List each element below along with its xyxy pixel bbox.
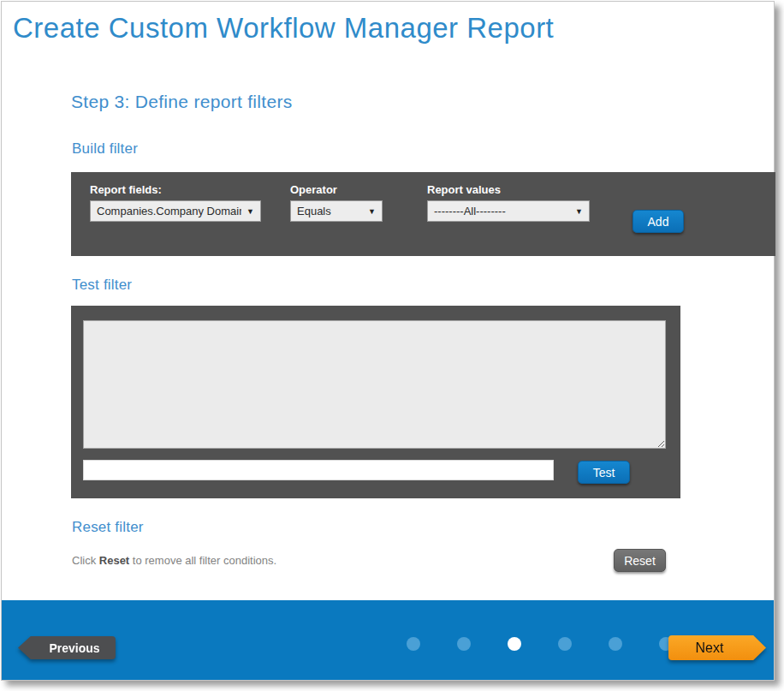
step-dots [407, 637, 673, 651]
test-result-textarea[interactable] [83, 320, 666, 449]
next-button-wrap: Next [668, 635, 766, 660]
report-fields-label: Report fields: [90, 183, 261, 196]
reset-instruction: Click Reset to remove all filter conditi… [72, 554, 276, 567]
report-fields-selected-value: Companies.Company Domain Na [97, 205, 241, 217]
test-filter-panel: Test [71, 306, 680, 498]
test-filter-heading: Test filter [72, 277, 132, 294]
next-button[interactable]: Next [668, 635, 766, 660]
build-filter-panel: Report fields: Companies.Company Domain … [71, 172, 775, 256]
test-value-input[interactable] [83, 460, 554, 480]
page-title: Create Custom Workflow Manager Report [13, 12, 554, 45]
reset-instruction-bold: Reset [99, 554, 129, 567]
wizard-nav-bar: Previous Next [2, 600, 774, 680]
operator-selected-value: Equals [297, 205, 363, 217]
report-fields-field: Report fields: Companies.Company Domain … [90, 183, 261, 222]
report-values-selected-value: --------All-------- [434, 205, 570, 217]
step-dot-4 [558, 637, 572, 651]
operator-field: Operator Equals ▼ [290, 183, 383, 222]
add-button[interactable]: Add [633, 210, 684, 233]
report-values-field: Report values --------All-------- ▼ [427, 183, 590, 222]
report-values-select[interactable]: --------All-------- ▼ [427, 200, 590, 222]
reset-button[interactable]: Reset [614, 549, 666, 572]
operator-label: Operator [290, 183, 383, 196]
report-fields-select[interactable]: Companies.Company Domain Na ▼ [90, 200, 261, 222]
reset-filter-heading: Reset filter [72, 519, 144, 536]
test-button[interactable]: Test [578, 461, 630, 484]
build-filter-heading: Build filter [72, 140, 138, 158]
reset-instruction-suffix: to remove all filter conditions. [129, 554, 276, 567]
report-values-label: Report values [427, 183, 590, 196]
step-dot-5 [609, 637, 622, 651]
step-dot-2 [457, 637, 471, 651]
step-dot-3 [508, 637, 521, 651]
operator-select[interactable]: Equals ▼ [290, 200, 383, 222]
wizard-page: Create Custom Workflow Manager Report St… [1, 1, 775, 681]
reset-instruction-prefix: Click [72, 554, 99, 567]
chevron-down-icon: ▼ [368, 207, 376, 216]
previous-button-wrap: Previous [18, 636, 116, 659]
previous-button[interactable]: Previous [18, 636, 116, 659]
step-dot-1 [407, 637, 420, 651]
chevron-down-icon: ▼ [246, 207, 254, 216]
step-heading: Step 3: Define report filters [71, 92, 293, 112]
chevron-down-icon: ▼ [575, 207, 583, 216]
